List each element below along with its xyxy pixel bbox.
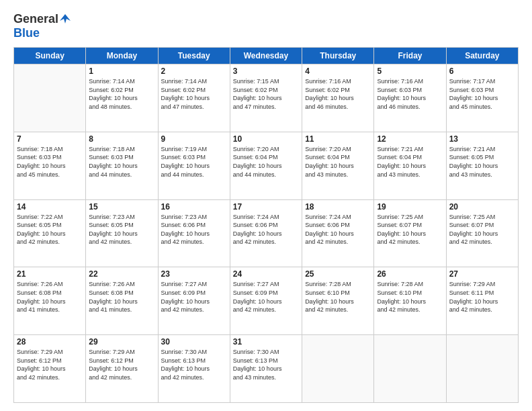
calendar-cell: [374, 335, 446, 403]
calendar-cell: 4Sunrise: 7:16 AM Sunset: 6:02 PM Daylig…: [302, 64, 374, 132]
calendar-cell: 1Sunrise: 7:14 AM Sunset: 6:02 PM Daylig…: [86, 64, 158, 132]
calendar-cell: [302, 335, 374, 403]
day-number: 8: [89, 134, 154, 144]
calendar-cell: 13Sunrise: 7:21 AM Sunset: 6:05 PM Dayli…: [446, 132, 518, 199]
calendar-week-5: 28Sunrise: 7:29 AM Sunset: 6:12 PM Dayli…: [14, 335, 519, 403]
calendar-table: SundayMondayTuesdayWednesdayThursdayFrid…: [13, 47, 519, 403]
day-info: Sunrise: 7:28 AM Sunset: 6:10 PM Dayligh…: [377, 280, 443, 314]
day-info: Sunrise: 7:26 AM Sunset: 6:08 PM Dayligh…: [17, 280, 83, 314]
day-info: Sunrise: 7:15 AM Sunset: 6:02 PM Dayligh…: [233, 77, 299, 111]
calendar-cell: 20Sunrise: 7:25 AM Sunset: 6:07 PM Dayli…: [446, 199, 518, 267]
day-info: Sunrise: 7:27 AM Sunset: 6:09 PM Dayligh…: [161, 280, 227, 314]
calendar-cell: 18Sunrise: 7:24 AM Sunset: 6:06 PM Dayli…: [302, 199, 374, 267]
logo-blue-text: Blue: [13, 26, 40, 40]
calendar-cell: 27Sunrise: 7:29 AM Sunset: 6:11 PM Dayli…: [446, 267, 518, 335]
day-number: 6: [449, 66, 515, 76]
calendar-week-4: 21Sunrise: 7:26 AM Sunset: 6:08 PM Dayli…: [14, 267, 519, 335]
calendar-cell: 28Sunrise: 7:29 AM Sunset: 6:12 PM Dayli…: [14, 335, 86, 403]
weekday-header-saturday: Saturday: [446, 48, 518, 64]
calendar-cell: 6Sunrise: 7:17 AM Sunset: 6:03 PM Daylig…: [446, 64, 518, 132]
day-number: 14: [17, 202, 83, 212]
weekday-header-monday: Monday: [86, 48, 158, 64]
calendar-cell: 25Sunrise: 7:28 AM Sunset: 6:10 PM Dayli…: [302, 267, 374, 335]
day-number: 4: [305, 66, 371, 76]
calendar-cell: 16Sunrise: 7:23 AM Sunset: 6:06 PM Dayli…: [158, 199, 230, 267]
calendar-cell: 5Sunrise: 7:16 AM Sunset: 6:03 PM Daylig…: [374, 64, 446, 132]
day-info: Sunrise: 7:20 AM Sunset: 6:04 PM Dayligh…: [305, 145, 371, 179]
day-number: 1: [89, 66, 154, 76]
calendar-cell: 9Sunrise: 7:19 AM Sunset: 6:03 PM Daylig…: [158, 132, 230, 199]
day-number: 23: [161, 269, 227, 279]
day-number: 2: [161, 66, 227, 76]
day-info: Sunrise: 7:20 AM Sunset: 6:04 PM Dayligh…: [233, 145, 299, 179]
day-info: Sunrise: 7:21 AM Sunset: 6:04 PM Dayligh…: [377, 145, 443, 179]
day-number: 26: [377, 269, 443, 279]
day-number: 3: [233, 66, 299, 76]
calendar-cell: 23Sunrise: 7:27 AM Sunset: 6:09 PM Dayli…: [158, 267, 230, 335]
day-number: 12: [377, 134, 443, 144]
day-number: 31: [233, 337, 299, 347]
logo: General Blue: [13, 12, 71, 40]
calendar-cell: 2Sunrise: 7:14 AM Sunset: 6:02 PM Daylig…: [158, 64, 230, 132]
day-number: 7: [17, 134, 83, 144]
day-info: Sunrise: 7:19 AM Sunset: 6:03 PM Dayligh…: [161, 145, 227, 179]
day-info: Sunrise: 7:24 AM Sunset: 6:06 PM Dayligh…: [305, 213, 371, 246]
day-number: 9: [161, 134, 227, 144]
calendar-cell: 3Sunrise: 7:15 AM Sunset: 6:02 PM Daylig…: [230, 64, 302, 132]
calendar-cell: 30Sunrise: 7:30 AM Sunset: 6:13 PM Dayli…: [158, 335, 230, 403]
day-info: Sunrise: 7:29 AM Sunset: 6:12 PM Dayligh…: [89, 348, 154, 381]
day-info: Sunrise: 7:30 AM Sunset: 6:13 PM Dayligh…: [233, 348, 299, 381]
weekday-header-friday: Friday: [374, 48, 446, 64]
calendar-week-1: 1Sunrise: 7:14 AM Sunset: 6:02 PM Daylig…: [14, 64, 519, 132]
day-info: Sunrise: 7:29 AM Sunset: 6:11 PM Dayligh…: [449, 280, 515, 314]
calendar-cell: 14Sunrise: 7:22 AM Sunset: 6:05 PM Dayli…: [14, 199, 86, 267]
day-number: 27: [449, 269, 515, 279]
day-number: 5: [377, 66, 443, 76]
day-info: Sunrise: 7:23 AM Sunset: 6:05 PM Dayligh…: [89, 213, 154, 246]
weekday-header-sunday: Sunday: [14, 48, 86, 64]
day-number: 17: [233, 202, 299, 212]
day-info: Sunrise: 7:18 AM Sunset: 6:03 PM Dayligh…: [89, 145, 154, 179]
calendar-cell: 10Sunrise: 7:20 AM Sunset: 6:04 PM Dayli…: [230, 132, 302, 199]
day-number: 25: [305, 269, 371, 279]
page: General Blue SundayMondayTuesdayWednesda…: [0, 0, 532, 411]
day-number: 10: [233, 134, 299, 144]
day-number: 21: [17, 269, 83, 279]
day-number: 30: [161, 337, 227, 347]
day-number: 11: [305, 134, 371, 144]
weekday-header-thursday: Thursday: [302, 48, 374, 64]
calendar-cell: 7Sunrise: 7:18 AM Sunset: 6:03 PM Daylig…: [14, 132, 86, 199]
day-number: 20: [449, 202, 515, 212]
day-number: 29: [89, 337, 154, 347]
day-number: 15: [89, 202, 154, 212]
calendar-week-2: 7Sunrise: 7:18 AM Sunset: 6:03 PM Daylig…: [14, 132, 519, 199]
calendar-cell: 12Sunrise: 7:21 AM Sunset: 6:04 PM Dayli…: [374, 132, 446, 199]
day-number: 13: [449, 134, 515, 144]
day-info: Sunrise: 7:18 AM Sunset: 6:03 PM Dayligh…: [17, 145, 83, 179]
calendar-cell: 31Sunrise: 7:30 AM Sunset: 6:13 PM Dayli…: [230, 335, 302, 403]
logo-general-text: General: [13, 12, 58, 26]
day-info: Sunrise: 7:14 AM Sunset: 6:02 PM Dayligh…: [161, 77, 227, 111]
calendar-cell: 11Sunrise: 7:20 AM Sunset: 6:04 PM Dayli…: [302, 132, 374, 199]
logo-bird-icon: [60, 14, 71, 24]
day-info: Sunrise: 7:21 AM Sunset: 6:05 PM Dayligh…: [449, 145, 515, 179]
day-info: Sunrise: 7:26 AM Sunset: 6:08 PM Dayligh…: [89, 280, 154, 314]
day-number: 19: [377, 202, 443, 212]
calendar-body: 1Sunrise: 7:14 AM Sunset: 6:02 PM Daylig…: [14, 64, 519, 403]
calendar-cell: 24Sunrise: 7:27 AM Sunset: 6:09 PM Dayli…: [230, 267, 302, 335]
day-number: 24: [233, 269, 299, 279]
day-number: 18: [305, 202, 371, 212]
weekday-header-tuesday: Tuesday: [158, 48, 230, 64]
calendar-cell: [446, 335, 518, 403]
day-info: Sunrise: 7:28 AM Sunset: 6:10 PM Dayligh…: [305, 280, 371, 314]
day-info: Sunrise: 7:16 AM Sunset: 6:02 PM Dayligh…: [305, 77, 371, 111]
calendar-cell: [14, 64, 86, 132]
day-info: Sunrise: 7:16 AM Sunset: 6:03 PM Dayligh…: [377, 77, 443, 111]
calendar-cell: 22Sunrise: 7:26 AM Sunset: 6:08 PM Dayli…: [86, 267, 158, 335]
calendar-cell: 17Sunrise: 7:24 AM Sunset: 6:06 PM Dayli…: [230, 199, 302, 267]
header: General Blue: [13, 12, 519, 40]
svg-marker-0: [60, 14, 71, 24]
day-info: Sunrise: 7:27 AM Sunset: 6:09 PM Dayligh…: [233, 280, 299, 314]
calendar-cell: 29Sunrise: 7:29 AM Sunset: 6:12 PM Dayli…: [86, 335, 158, 403]
day-info: Sunrise: 7:30 AM Sunset: 6:13 PM Dayligh…: [161, 348, 227, 381]
